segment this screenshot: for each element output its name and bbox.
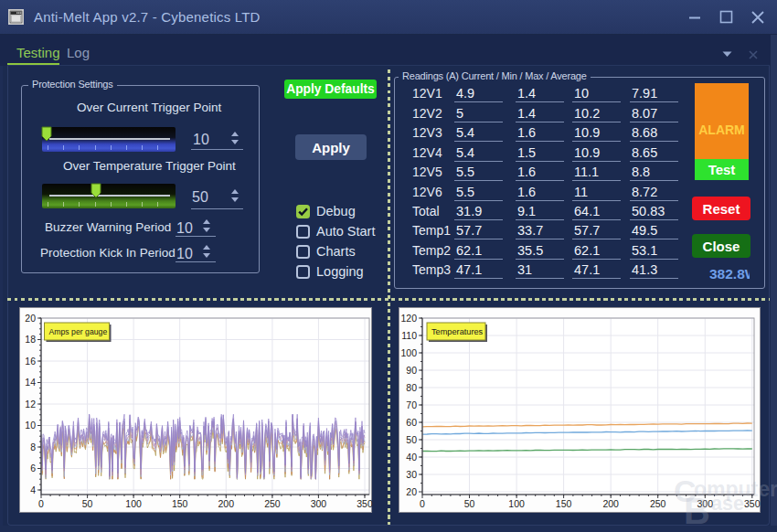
svg-text:100: 100 (400, 347, 417, 358)
svg-text:50: 50 (406, 434, 417, 445)
svg-text:ase: ase (711, 493, 744, 515)
svg-text:100: 100 (508, 498, 525, 509)
svg-text:8: 8 (30, 442, 36, 452)
svg-text:14: 14 (25, 377, 36, 388)
svg-text:6: 6 (30, 463, 36, 473)
svg-text:350: 350 (357, 498, 373, 509)
svg-text:150: 150 (556, 498, 572, 509)
svg-text:40: 40 (406, 452, 417, 463)
svg-text:250: 250 (264, 498, 281, 509)
svg-text:20: 20 (25, 313, 36, 324)
svg-text:120: 120 (400, 313, 417, 324)
svg-text:16: 16 (25, 356, 36, 367)
svg-text:10: 10 (25, 420, 36, 431)
svg-text:200: 200 (602, 498, 619, 509)
svg-text:20: 20 (406, 486, 417, 497)
svg-text:100: 100 (125, 498, 142, 509)
svg-text:250: 250 (650, 498, 666, 509)
svg-text:B: B (684, 491, 710, 531)
svg-text:0: 0 (38, 498, 44, 509)
svg-text:90: 90 (406, 365, 417, 376)
svg-text:50: 50 (82, 498, 93, 509)
svg-text:70: 70 (406, 399, 417, 410)
svg-text:0: 0 (420, 498, 425, 509)
svg-text:150: 150 (172, 498, 188, 509)
svg-text:Temperatures: Temperatures (431, 327, 484, 336)
svg-text:4: 4 (30, 484, 36, 495)
svg-text:50: 50 (464, 498, 475, 509)
svg-text:300: 300 (311, 498, 327, 509)
svg-text:60: 60 (406, 417, 417, 428)
svg-text:12: 12 (25, 399, 36, 410)
svg-text:30: 30 (406, 469, 417, 480)
svg-text:110: 110 (401, 330, 417, 341)
svg-text:200: 200 (218, 498, 235, 509)
svg-text:80: 80 (406, 382, 417, 393)
svg-text:Amps per gauge: Amps per gauge (49, 327, 108, 336)
svg-text:18: 18 (25, 334, 36, 345)
